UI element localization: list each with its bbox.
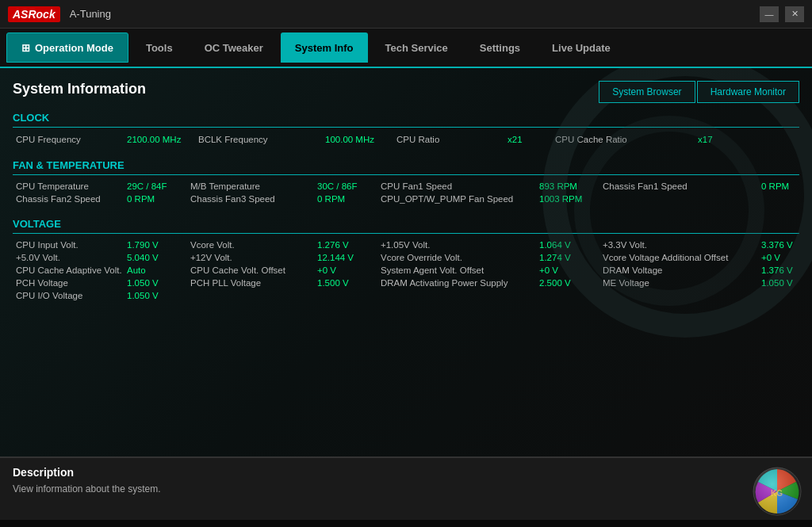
bclk-frequency-label: BCLK Frequency (198, 135, 325, 144)
volt-row-2: +5.0V Volt. 5.040 V +12V Volt. 12.144 V … (13, 251, 799, 264)
logo-area: ASRock A-Tuning (8, 6, 111, 22)
system-browser-button[interactable]: System Browser (599, 81, 695, 103)
tab-tech-service[interactable]: Tech Service (371, 32, 462, 63)
cpu-frequency-value: 2100.00 MHz (127, 135, 198, 144)
asrock-logo: ASRock (8, 6, 60, 22)
cpu-frequency-label: CPU Frequency (16, 135, 127, 144)
fan-temp-row-1: CPU Temperature 29C / 84F M/B Temperatur… (13, 180, 799, 193)
navbar: ⊞ Operation Mode Tools OC Tweaker System… (0, 29, 812, 68)
view-buttons: System Browser Hardware Monitor (599, 81, 799, 103)
voltage-section-header: VOLTAGE (13, 213, 799, 234)
cpu-ratio-value: x21 (508, 135, 555, 144)
clock-row: CPU Frequency 2100.00 MHz BCLK Frequency… (13, 132, 799, 147)
window-controls: — ✕ (760, 6, 804, 22)
volt-row-4: PCH Voltage 1.050 V PCH PLL Voltage 1.50… (13, 277, 799, 289)
grid-icon: ⊞ (21, 42, 30, 54)
fan-temp-section-header: FAN & TEMPERATURE (13, 155, 799, 175)
fan-temp-row-2: Chassis Fan2 Speed 0 RPM Chassis Fan3 Sp… (13, 193, 799, 205)
tab-tools[interactable]: Tools (132, 32, 187, 63)
description-text: View information about the system. (13, 483, 799, 495)
volt-row-1: CPU Input Volt. 1.790 V Vcore Volt. 1.27… (13, 239, 799, 251)
tab-operation-mode[interactable]: ⊞ Operation Mode (6, 32, 128, 63)
app-title: A-Tuning (70, 8, 111, 20)
cpu-cache-ratio-value: x17 (698, 135, 745, 144)
close-button[interactable]: ✕ (785, 6, 804, 22)
volt-row-5: CPU I/O Voltage 1.050 V (13, 289, 799, 302)
bclk-frequency-value: 100.00 MHz (325, 135, 396, 144)
asrock-sphere-logo: KG (752, 466, 802, 517)
cpu-ratio-label: CPU Ratio (396, 135, 508, 144)
titlebar: ASRock A-Tuning — ✕ (0, 0, 812, 29)
clock-section-header: CLOCK (13, 107, 799, 128)
tab-settings[interactable]: Settings (465, 32, 534, 63)
hardware-monitor-button[interactable]: Hardware Monitor (697, 81, 799, 103)
minimize-button[interactable]: — (760, 6, 779, 22)
description-bar: Description View information about the s… (0, 456, 812, 520)
tab-system-info[interactable]: System Info (281, 32, 368, 63)
description-title: Description (13, 466, 799, 479)
volt-row-3: CPU Cache Adaptive Volt. Auto CPU Cache … (13, 264, 799, 277)
tab-oc-tweaker[interactable]: OC Tweaker (190, 32, 278, 63)
main-content: System Information System Browser Hardwa… (0, 68, 812, 456)
tab-live-update[interactable]: Live Update (538, 32, 625, 63)
cpu-cache-ratio-label: CPU Cache Ratio (555, 135, 698, 144)
svg-text:KG: KG (771, 489, 783, 498)
